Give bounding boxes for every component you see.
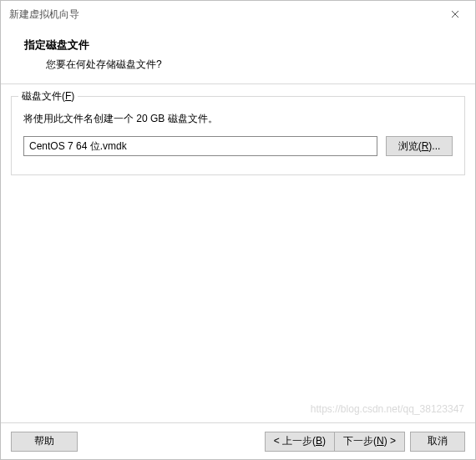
- wizard-footer: 帮助 < 上一步(B) 下一步(N) > 取消: [1, 422, 475, 459]
- next-button[interactable]: 下一步(N) >: [334, 432, 405, 452]
- fieldset-legend: 磁盘文件(F): [18, 89, 78, 104]
- cancel-button[interactable]: 取消: [410, 432, 465, 452]
- close-icon: [451, 10, 459, 18]
- back-button[interactable]: < 上一步(B): [265, 432, 334, 452]
- window-title: 新建虚拟机向导: [9, 8, 440, 22]
- wizard-content: 磁盘文件(F) 将使用此文件名创建一个 20 GB 磁盘文件。 浏览(R)...: [1, 84, 475, 422]
- titlebar: 新建虚拟机向导: [1, 1, 475, 28]
- nav-button-group: < 上一步(B) 下一步(N) >: [265, 432, 405, 452]
- wizard-header: 指定磁盘文件 您要在何处存储磁盘文件?: [1, 28, 475, 84]
- page-title: 指定磁盘文件: [24, 38, 457, 53]
- wizard-window: 新建虚拟机向导 指定磁盘文件 您要在何处存储磁盘文件? 磁盘文件(F) 将使用此…: [0, 0, 476, 460]
- help-button[interactable]: 帮助: [11, 432, 78, 452]
- disk-file-fieldset: 磁盘文件(F) 将使用此文件名创建一个 20 GB 磁盘文件。 浏览(R)...: [11, 96, 465, 175]
- browse-button[interactable]: 浏览(R)...: [386, 136, 453, 156]
- close-button[interactable]: [440, 3, 470, 25]
- filepath-row: 浏览(R)...: [23, 136, 453, 156]
- filepath-input[interactable]: [23, 136, 377, 156]
- fieldset-description: 将使用此文件名创建一个 20 GB 磁盘文件。: [23, 112, 453, 126]
- page-subtitle: 您要在何处存储磁盘文件?: [24, 58, 457, 72]
